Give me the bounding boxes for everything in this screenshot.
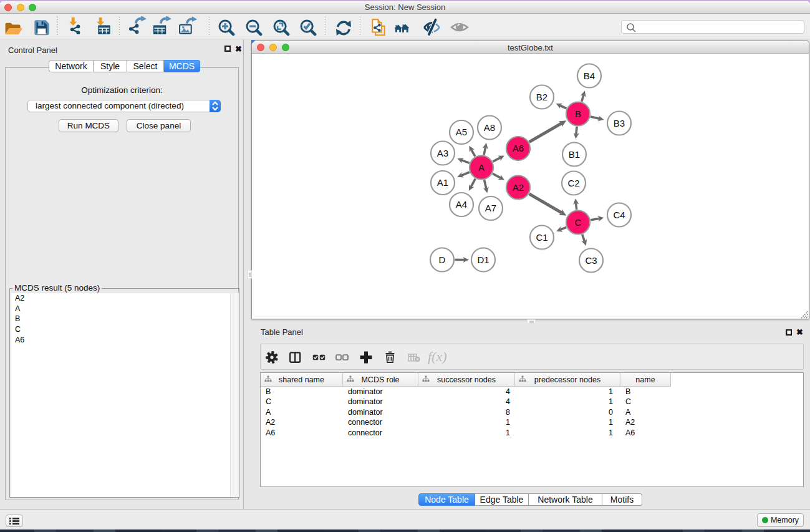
svg-text:A5: A5 (456, 127, 467, 137)
svg-text:C1: C1 (536, 232, 547, 243)
svg-text:A7: A7 (485, 203, 496, 213)
svg-text:B1: B1 (569, 149, 580, 160)
svg-text:C2: C2 (567, 178, 579, 188)
svg-text:A1: A1 (437, 177, 448, 188)
svg-text:D1: D1 (477, 254, 489, 265)
svg-text:D: D (439, 254, 446, 265)
svg-text:C3: C3 (585, 255, 597, 266)
svg-text:B2: B2 (536, 92, 547, 102)
svg-text:B: B (575, 109, 581, 119)
svg-text:C: C (575, 217, 582, 228)
svg-text:A3: A3 (437, 148, 448, 158)
svg-text:B3: B3 (614, 118, 625, 128)
svg-text:A2: A2 (513, 182, 524, 193)
svg-text:A6: A6 (513, 143, 524, 153)
svg-text:C4: C4 (613, 210, 625, 220)
svg-text:A: A (478, 162, 485, 173)
svg-text:B4: B4 (584, 70, 595, 81)
svg-text:A8: A8 (484, 122, 495, 133)
svg-text:A4: A4 (456, 199, 467, 210)
